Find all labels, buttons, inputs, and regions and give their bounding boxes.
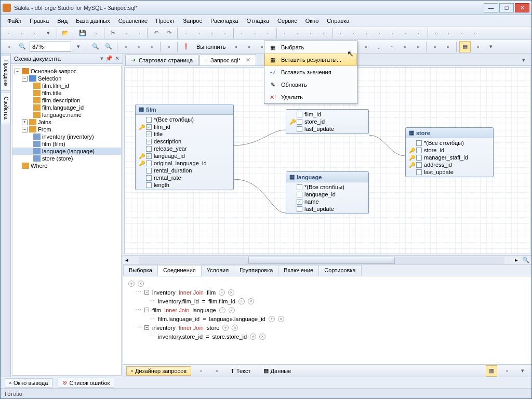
tree-joins[interactable]: Joins (38, 119, 51, 125)
schema-tree[interactable]: −Основной запрос −Selection film.film_id… (12, 65, 122, 376)
table-row[interactable]: 🔑manager_staff_id (408, 154, 491, 161)
maximize-button[interactable]: □ (499, 3, 514, 12)
menu-file[interactable]: Файл (4, 17, 25, 25)
tb-11-icon[interactable]: ▫ (318, 28, 330, 39)
horizontal-scrollbar[interactable]: ◂▸🔍 (123, 255, 531, 264)
ct-5-icon[interactable]: ▫ (412, 41, 423, 52)
bb-dd-icon[interactable]: ▾ (517, 365, 528, 377)
panel-close-icon[interactable]: ✕ (115, 55, 119, 62)
menu-delete[interactable]: ✕!Удалить (264, 91, 357, 103)
tabs-dd-icon[interactable]: ▾ (518, 54, 529, 65)
errors-button[interactable]: ⊗Список ошибок (58, 378, 114, 388)
tree-item[interactable]: film.film_id (42, 83, 69, 89)
tree-item[interactable]: film.description (42, 97, 80, 103)
tb2-2-icon[interactable]: ▫ (133, 41, 144, 52)
table-row[interactable]: 🔑✓language_id (138, 152, 231, 159)
table-store[interactable]: ▦store *(Все столбцы)🔑store_id🔑manager_s… (405, 127, 494, 177)
close-button[interactable]: ✕ (515, 3, 529, 12)
tb-3-icon[interactable]: ▫ (206, 28, 218, 39)
table-row[interactable]: 🔑address_id (408, 161, 491, 168)
ct-6-icon[interactable]: ▫ (429, 41, 441, 52)
ltab-cond[interactable]: Условия (201, 265, 234, 276)
exec-2-icon[interactable]: ▫ (243, 41, 255, 52)
exec-dd-icon[interactable]: ▫ (230, 41, 242, 52)
tab-query[interactable]: ▫Запрос.sql*✕ (200, 54, 256, 65)
tree-selection[interactable]: Selection (38, 75, 61, 82)
table-row[interactable]: language_id (288, 191, 366, 198)
table-row[interactable]: *(Все столбцы) (408, 139, 491, 147)
new-sql-icon[interactable]: ▫ (4, 28, 15, 39)
tree-item[interactable]: film (film) (42, 141, 65, 147)
menu-help[interactable]: Справка (323, 17, 353, 25)
tb-14-icon[interactable]: ▫ (362, 28, 373, 39)
zoom-input[interactable] (30, 42, 71, 52)
output-button[interactable]: ▫Окно вывода (5, 378, 52, 388)
tb-19-icon[interactable]: ▫ (431, 28, 442, 39)
open-icon[interactable]: 📂 (60, 28, 71, 39)
tb-2-icon[interactable]: ▫ (193, 28, 205, 39)
table-row[interactable]: last_update (408, 168, 491, 176)
execute-label[interactable]: Выполнить (193, 44, 229, 50)
tb2-3-icon[interactable]: ▫ (146, 41, 157, 52)
tb-15-icon[interactable]: ▫ (375, 28, 386, 39)
zoom-dd-icon[interactable]: ▾ (73, 41, 84, 52)
table-row[interactable]: 🔑✓film_id (138, 123, 231, 130)
menu-debug[interactable]: Отладка (243, 17, 273, 25)
table-row[interactable]: length (138, 181, 231, 189)
table-row[interactable]: rental_duration (138, 167, 231, 174)
save-icon[interactable]: 💾 (77, 28, 88, 39)
tb-9-icon[interactable]: ▫ (292, 28, 304, 39)
menu-service[interactable]: Сервис (274, 17, 301, 25)
bb-2-icon[interactable]: ▫ (211, 365, 222, 377)
new-icon[interactable]: ▫ (17, 28, 28, 39)
menu-view[interactable]: Вид (54, 17, 71, 25)
tb-8-icon[interactable]: ▫ (280, 28, 291, 39)
tb-7-icon[interactable]: ▫ (262, 28, 274, 39)
menu-update[interactable]: ✎Обновить (264, 78, 357, 91)
joins-pane[interactable]: +× ⋯−inventory Inner Join film+× ⋯invent… (123, 276, 531, 364)
ct-8-icon[interactable]: ▫ (472, 41, 484, 52)
table-row[interactable]: *(Все столбцы) (288, 183, 366, 191)
search-icon[interactable]: 🔍 (520, 257, 531, 263)
tb-5-icon[interactable]: ▫ (236, 28, 248, 39)
ltab-joins[interactable]: Соединения (157, 265, 202, 276)
sidetab-properties[interactable]: Свойства (1, 92, 10, 124)
table-row[interactable]: release_year (138, 145, 231, 152)
sidetab-explorer[interactable]: Проводник (1, 56, 10, 91)
table-language[interactable]: ▦language *(Все столбцы)language_id✓name… (286, 171, 369, 214)
remove-icon[interactable]: × (138, 281, 144, 287)
tree-root[interactable]: Основной запрос (31, 68, 76, 74)
table-row[interactable]: *(Все столбцы) (138, 116, 231, 123)
table-row[interactable]: ✓name (288, 198, 366, 205)
bb-3-icon[interactable]: ▫ (501, 365, 513, 377)
paste-icon[interactable]: ▫ (133, 28, 144, 39)
ct-7-icon[interactable]: ▫ (442, 41, 454, 52)
print-icon[interactable]: ▫ (163, 41, 175, 52)
tb-21-icon[interactable]: ▫ (457, 28, 468, 39)
tb-1-icon[interactable]: ▫ (180, 28, 192, 39)
tree-item[interactable]: language (language) (42, 148, 95, 154)
table-row[interactable]: 🔑store_id (288, 118, 366, 125)
redo-icon[interactable]: ↷ (163, 28, 175, 39)
designer-button[interactable]: ▫Дизайнер запросов (126, 366, 191, 376)
grid-icon[interactable]: ▦ (459, 41, 471, 52)
tree-item[interactable]: language.name (42, 112, 82, 118)
tree-from[interactable]: From (38, 126, 51, 132)
tree-item[interactable]: inventory (inventory) (42, 134, 94, 140)
tb-18-icon[interactable]: ▫ (414, 28, 425, 39)
bb-1-icon[interactable]: ▫ (195, 365, 207, 377)
new-folder-icon[interactable]: ▾ (43, 28, 54, 39)
copy-icon[interactable]: ▫ (120, 28, 131, 39)
table-row[interactable]: rental_rate (138, 174, 231, 181)
table-row[interactable]: last_update (288, 125, 366, 132)
menu-project[interactable]: Проект (152, 17, 178, 25)
data-button[interactable]: ▦Данные (259, 366, 296, 375)
save-all-icon[interactable]: ▫ (90, 28, 101, 39)
minimize-button[interactable]: — (484, 3, 498, 12)
bb-grid-icon[interactable]: ▦ (486, 365, 497, 377)
tree-item[interactable]: store (store) (42, 155, 73, 162)
tree-where[interactable]: Where (31, 163, 47, 169)
table-row[interactable]: ✓description (138, 138, 231, 145)
menu-select[interactable]: ▦Выбрать (264, 41, 357, 54)
table-row[interactable]: last_update (288, 205, 366, 212)
